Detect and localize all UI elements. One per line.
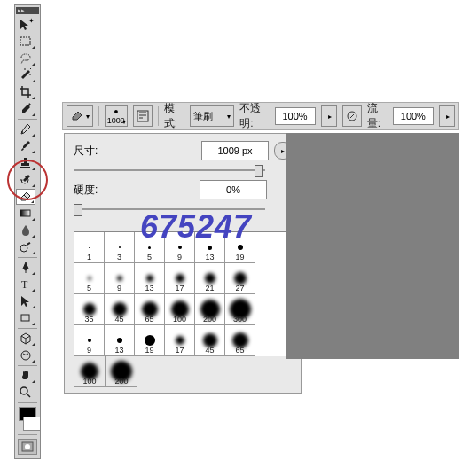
brush-preset[interactable]: 19: [135, 325, 165, 356]
brush-preset[interactable]: 21: [195, 263, 225, 294]
tool-3d-object[interactable]: [16, 331, 35, 347]
pressure-opacity-toggle[interactable]: [342, 105, 362, 127]
svg-rect-4: [20, 167, 30, 168]
flow-slider-toggle[interactable]: ▸: [439, 105, 455, 127]
brush-preset[interactable]: 65: [225, 325, 255, 356]
size-label: 尺寸:: [74, 144, 109, 159]
tool-dodge[interactable]: [16, 239, 35, 255]
brush-preset[interactable]: 45: [195, 325, 225, 356]
brush-preset[interactable]: 17: [165, 325, 195, 356]
brush-preset[interactable]: 3: [105, 232, 135, 263]
mode-select[interactable]: 筆刷▾: [190, 105, 234, 127]
opacity-input[interactable]: [275, 107, 316, 125]
brush-preset[interactable]: 19: [225, 232, 255, 263]
brush-preset[interactable]: 100: [165, 294, 195, 325]
brush-preset[interactable]: 5: [135, 232, 165, 263]
options-bar: ▾ • 1009 ▾ 模式: 筆刷▾ 不透明: ▸ 流量: ▸: [62, 102, 459, 130]
svg-point-13: [25, 444, 30, 449]
hardness-input[interactable]: [200, 180, 267, 199]
brush-preset[interactable]: 9: [74, 325, 105, 356]
hardness-label: 硬度:: [74, 183, 109, 198]
tool-brush[interactable]: [16, 138, 35, 154]
tool-hand[interactable]: [16, 368, 35, 384]
svg-point-1: [21, 131, 23, 133]
svg-rect-0: [20, 37, 30, 45]
size-input[interactable]: [201, 141, 269, 160]
tool-pen[interactable]: [16, 260, 35, 276]
brush-preset[interactable]: 45: [105, 294, 135, 325]
brush-preset[interactable]: 65: [135, 294, 165, 325]
svg-text:T: T: [21, 278, 28, 291]
quick-mask[interactable]: [18, 439, 37, 455]
brush-preset-grid: 1359131959131721273545651002003009131917…: [74, 231, 292, 356]
tool-wand[interactable]: [16, 67, 35, 83]
tool-marquee[interactable]: [16, 34, 35, 50]
hardness-slider[interactable]: [74, 203, 265, 215]
brush-preset[interactable]: 13: [105, 325, 135, 356]
brush-preset[interactable]: 1: [74, 232, 105, 263]
brush-preset-picker[interactable]: • 1009 ▾: [105, 105, 128, 127]
tools-toolbar: ▸▸ ✦ T: [14, 4, 41, 459]
svg-rect-2: [24, 158, 27, 163]
tool-stamp[interactable]: [16, 155, 35, 171]
brush-preset[interactable]: 5: [74, 263, 105, 294]
brush-preset[interactable]: 13: [135, 263, 165, 294]
mode-label: 模式:: [164, 101, 184, 131]
opacity-slider-toggle[interactable]: ▸: [321, 105, 337, 127]
tool-gradient[interactable]: [16, 206, 35, 222]
brush-preset[interactable]: 300: [225, 294, 255, 325]
tool-preset-picker[interactable]: ▾: [67, 105, 93, 127]
brush-preset[interactable]: 17: [165, 263, 195, 294]
brush-panel-toggle[interactable]: [133, 105, 153, 127]
svg-rect-3: [21, 163, 29, 166]
flow-label: 流量:: [367, 101, 388, 131]
tool-3d-camera[interactable]: [16, 347, 35, 363]
svg-point-6: [20, 245, 27, 252]
tool-eraser[interactable]: [16, 189, 35, 205]
toolbar-header[interactable]: ▸▸: [16, 7, 39, 14]
tool-type[interactable]: T: [16, 277, 35, 293]
brush-preset[interactable]: 9: [105, 263, 135, 294]
flow-input[interactable]: [393, 107, 434, 125]
brush-preset[interactable]: 35: [74, 294, 105, 325]
tool-zoom[interactable]: [16, 385, 35, 401]
svg-rect-5: [20, 210, 30, 216]
svg-rect-7: [27, 242, 30, 246]
tool-crop[interactable]: [16, 84, 35, 100]
brush-preset[interactable]: 200: [106, 356, 137, 387]
tool-path-select[interactable]: [16, 293, 35, 309]
tool-shape[interactable]: [16, 310, 35, 326]
brush-preset[interactable]: 13: [195, 232, 225, 263]
tool-move[interactable]: ✦: [16, 17, 35, 33]
brush-preset[interactable]: 100: [74, 356, 106, 387]
size-slider[interactable]: [74, 164, 265, 176]
svg-rect-9: [21, 315, 29, 321]
tool-eyedropper[interactable]: [16, 101, 35, 117]
tool-history-brush[interactable]: [16, 172, 35, 188]
brush-preset[interactable]: 200: [195, 294, 225, 325]
brush-preset-panel: ▸≡ 尺寸: ▸ 硬度: 135913195913172127354565100…: [64, 133, 302, 394]
background-color[interactable]: [23, 417, 41, 431]
tool-lasso[interactable]: [16, 51, 35, 66]
tool-heal[interactable]: [16, 121, 35, 137]
svg-point-11: [20, 387, 27, 394]
canvas-area[interactable]: [286, 133, 459, 359]
brush-preset[interactable]: 9: [165, 232, 195, 263]
opacity-label: 不透明:: [239, 101, 269, 131]
brush-preset[interactable]: 27: [225, 263, 255, 294]
tool-blur[interactable]: [16, 222, 35, 238]
